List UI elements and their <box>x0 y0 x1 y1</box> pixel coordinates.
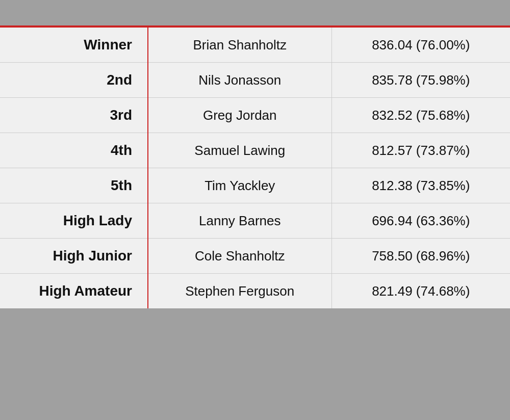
results-table: WinnerBrian Shanholtz836.04 (76.00%)2ndN… <box>0 28 510 308</box>
row-name: Lanny Barnes <box>148 203 332 239</box>
row-score: 812.38 (73.85%) <box>332 168 510 203</box>
row-name: Brian Shanholtz <box>148 28 332 63</box>
row-score: 758.50 (68.96%) <box>332 239 510 274</box>
row-name: Samuel Lawing <box>148 133 332 168</box>
row-name: Nils Jonasson <box>148 63 332 98</box>
row-label: Winner <box>0 28 148 63</box>
table-row: 3rdGreg Jordan832.52 (75.68%) <box>0 98 510 133</box>
row-label: 4th <box>0 133 148 168</box>
table-row: WinnerBrian Shanholtz836.04 (76.00%) <box>0 28 510 63</box>
table-row: High LadyLanny Barnes696.94 (63.36%) <box>0 203 510 239</box>
results-table-container: WinnerBrian Shanholtz836.04 (76.00%)2ndN… <box>0 25 510 308</box>
row-score: 696.94 (63.36%) <box>332 203 510 239</box>
table-row: 4thSamuel Lawing812.57 (73.87%) <box>0 133 510 168</box>
row-score: 812.57 (73.87%) <box>332 133 510 168</box>
row-label: 5th <box>0 168 148 203</box>
row-label: 3rd <box>0 98 148 133</box>
top-bar <box>0 0 510 25</box>
row-label: High Amateur <box>0 274 148 309</box>
row-label: High Junior <box>0 239 148 274</box>
table-row: High JuniorCole Shanholtz758.50 (68.96%) <box>0 239 510 274</box>
row-name: Greg Jordan <box>148 98 332 133</box>
row-name: Cole Shanholtz <box>148 239 332 274</box>
row-label: 2nd <box>0 63 148 98</box>
row-label: High Lady <box>0 203 148 239</box>
row-score: 821.49 (74.68%) <box>332 274 510 309</box>
table-row: 5thTim Yackley812.38 (73.85%) <box>0 168 510 203</box>
row-score: 832.52 (75.68%) <box>332 98 510 133</box>
row-score: 835.78 (75.98%) <box>332 63 510 98</box>
row-name: Stephen Ferguson <box>148 274 332 309</box>
table-row: High AmateurStephen Ferguson821.49 (74.6… <box>0 274 510 309</box>
row-name: Tim Yackley <box>148 168 332 203</box>
table-row: 2ndNils Jonasson835.78 (75.98%) <box>0 63 510 98</box>
row-score: 836.04 (76.00%) <box>332 28 510 63</box>
